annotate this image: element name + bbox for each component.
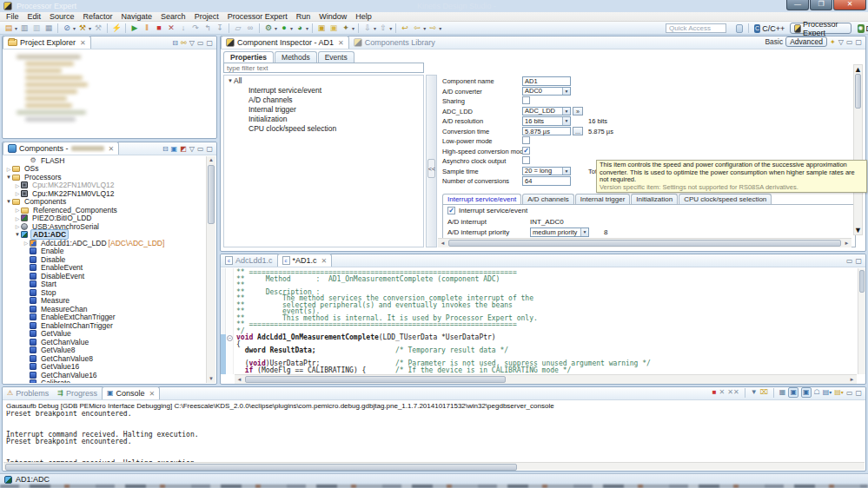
- last-edit-icon[interactable]: ↩: [400, 23, 410, 34]
- view-menu-icon[interactable]: ▽: [189, 39, 195, 47]
- remove-launch-icon[interactable]: ✕: [719, 388, 726, 397]
- new-wizard-icon[interactable]: ▤▾: [3, 23, 17, 34]
- expanded-arrow-icon[interactable]: ▼: [14, 232, 21, 237]
- link-with-editor-icon[interactable]: ⚯: [181, 39, 187, 47]
- expand-component-button[interactable]: »: [573, 107, 583, 116]
- tree-item-getchanvalue[interactable]: GetChanValue: [3, 338, 206, 346]
- subtab-a-d-channels[interactable]: A/D channels: [522, 194, 574, 204]
- subtab-internal-trigger[interactable]: Internal trigger: [575, 194, 631, 204]
- tab-progress[interactable]: ⇶ Progress: [53, 386, 102, 399]
- dropdown-arrow-icon[interactable]: ▾: [374, 25, 376, 31]
- menu-window[interactable]: Window: [315, 12, 351, 21]
- minimize-view-icon[interactable]: ▭: [846, 38, 853, 46]
- minimize-view-icon[interactable]: ▭: [846, 257, 853, 265]
- dropdown-arrow-icon[interactable]: ▾: [290, 25, 293, 31]
- menu-search[interactable]: Search: [156, 12, 190, 21]
- tree-item-cpu-mk22fn1m0vlq12[interactable]: ▷Cpu:MK22FN1M0VLQ12: [3, 181, 206, 190]
- tree-item-piezo-bitio-ldd[interactable]: ▷PIEZO:BitIO_LDD: [3, 214, 206, 223]
- tree-item-flash[interactable]: ⚙FLASH: [3, 156, 206, 165]
- tree-item-enableevent[interactable]: EnableEvent: [3, 264, 206, 273]
- terminate-icon[interactable]: ■: [712, 388, 717, 397]
- editor-horizontal-scrollbar[interactable]: ◄ ►: [235, 374, 857, 384]
- property-checkbox-low-power-mode[interactable]: [522, 136, 530, 144]
- tree-item-calibrate[interactable]: Calibrate: [3, 379, 206, 384]
- collapse-tree-button[interactable]: <<: [427, 159, 435, 178]
- scroll-lock-icon[interactable]: ▣: [788, 387, 798, 398]
- tree-item-getchanvalue16[interactable]: GetChanValue16: [3, 371, 206, 379]
- tree-item-disable[interactable]: Disable: [3, 255, 206, 264]
- minimize-button[interactable]: —: [786, 0, 809, 10]
- tree-item-enableintchantrigger[interactable]: EnableIntChanTrigger: [3, 321, 206, 330]
- interrupt-enable-checkbox[interactable]: ✓: [447, 207, 455, 214]
- step-return-icon[interactable]: ↰: [202, 23, 213, 34]
- tree-item-disableevent[interactable]: DisableEvent: [3, 272, 206, 280]
- property-input-conversion-time[interactable]: 5.875 µs: [522, 127, 571, 136]
- property-input-number-of-conversions[interactable]: 64: [522, 176, 571, 186]
- expanded-arrow-icon[interactable]: ▼: [5, 175, 12, 180]
- dropdown-arrow-icon[interactable]: ▾: [89, 25, 91, 31]
- property-select-adc-ldd[interactable]: ADC_LDD▼: [522, 107, 571, 116]
- suspend-icon[interactable]: ‖: [142, 23, 152, 34]
- open-resource-icon[interactable]: ▣: [328, 23, 339, 34]
- open-console-icon[interactable]: ▤▾: [834, 388, 844, 397]
- tree-item-cpu-mk22fn1m0vlq12[interactable]: ▷Cpu:MK22FN1M0VLQ12: [3, 189, 206, 198]
- property-select-a-d-resolution[interactable]: 16 bits▼: [522, 116, 571, 126]
- menu-source[interactable]: Source: [45, 12, 79, 21]
- folding-column[interactable]: −: [227, 268, 234, 374]
- menu-run[interactable]: Run: [292, 12, 315, 21]
- maximize-view-icon[interactable]: ▢: [206, 145, 213, 153]
- collapsed-arrow-icon[interactable]: ▷: [14, 215, 21, 221]
- menu-refactor[interactable]: Refactor: [79, 12, 117, 21]
- close-tab-icon[interactable]: ✕: [149, 390, 156, 398]
- tree-item-getvalue[interactable]: GetValue: [3, 330, 206, 339]
- dropdown-arrow-icon[interactable]: ▾: [352, 25, 354, 31]
- display-console-icon[interactable]: ▤▾: [823, 388, 832, 397]
- tab-components[interactable]: Components - ✕: [3, 142, 119, 155]
- show-console-icon[interactable]: ▦: [779, 388, 786, 397]
- resume-icon[interactable]: ▶: [129, 23, 140, 34]
- dropdown-arrow-icon[interactable]: ▾: [73, 25, 76, 31]
- ellipsis-button[interactable]: ...: [573, 127, 583, 136]
- tab-ad1-c[interactable]: c *AD1.c ✕: [277, 254, 333, 267]
- maximize-view-icon[interactable]: ▢: [855, 38, 862, 46]
- tree-item-referenced-components[interactable]: ▷Referenced_Components: [3, 206, 206, 214]
- terminate-icon[interactable]: ■: [154, 23, 164, 34]
- collapse-all-icon[interactable]: ⊟: [172, 39, 178, 47]
- tree-splitter[interactable]: <<: [426, 75, 437, 247]
- drop-to-frame-icon[interactable]: ↧: [215, 23, 225, 34]
- perspective-cpp[interactable]: C/C++: [762, 24, 785, 33]
- inspector-horizontal-scrollbar[interactable]: ◄ ►: [438, 238, 851, 247]
- step-over-icon[interactable]: ↷: [190, 23, 201, 34]
- dropdown-arrow-icon[interactable]: ▾: [275, 25, 277, 31]
- category-cpu-clock-speed-selection[interactable]: CPU clock/speed selection: [224, 123, 423, 133]
- tree-item-components[interactable]: ▼Components: [3, 198, 206, 207]
- category-root[interactable]: ▼All: [224, 76, 423, 85]
- minimize-view-icon[interactable]: ▭: [846, 389, 853, 397]
- tab-adcldd1-c[interactable]: c AdcLdd1.c: [221, 254, 277, 267]
- property-select-a-d-converter[interactable]: ADC0▼: [522, 87, 571, 96]
- maximize-view-icon[interactable]: ▢: [855, 257, 862, 265]
- back-icon[interactable]: ⇦▾: [412, 23, 426, 34]
- tree-item-getvalue16[interactable]: GetValue16: [3, 363, 206, 372]
- view-mode-basic[interactable]: Basic: [765, 37, 783, 46]
- tree-item-enableextchantrigger[interactable]: EnableExtChanTrigger: [3, 313, 206, 322]
- pin-console-icon[interactable]: ☖: [814, 388, 820, 397]
- collapsed-arrow-icon[interactable]: ▷: [23, 240, 30, 246]
- menu-navigate[interactable]: Navigate: [117, 12, 157, 21]
- subtab-initialization[interactable]: Initialization: [631, 194, 678, 204]
- interrupt-priority-select[interactable]: medium priority▼: [530, 228, 589, 237]
- menu-project[interactable]: Project: [190, 12, 223, 21]
- dropdown-arrow-icon[interactable]: ▼: [562, 168, 570, 175]
- tree-item-measurechan[interactable]: MeasureChan: [3, 305, 206, 313]
- pin-icon[interactable]: ✦: [830, 38, 836, 46]
- filter-input[interactable]: [223, 63, 424, 73]
- tab-methods[interactable]: Methods: [275, 51, 317, 63]
- dropdown-arrow-icon[interactable]: ▼: [562, 117, 570, 125]
- save-all-icon[interactable]: ▥: [31, 23, 42, 34]
- menu-file[interactable]: File: [2, 12, 23, 21]
- next-annotation-icon[interactable]: ⇩▾: [362, 23, 376, 34]
- subtab-interrupt-service-event[interactable]: Interrupt service/event: [442, 194, 521, 204]
- flash-icon[interactable]: ⚡: [111, 23, 122, 34]
- tab-component-inspector[interactable]: Component Inspector - AD1 ✕: [221, 36, 349, 49]
- save-icon[interactable]: ▥: [19, 23, 30, 34]
